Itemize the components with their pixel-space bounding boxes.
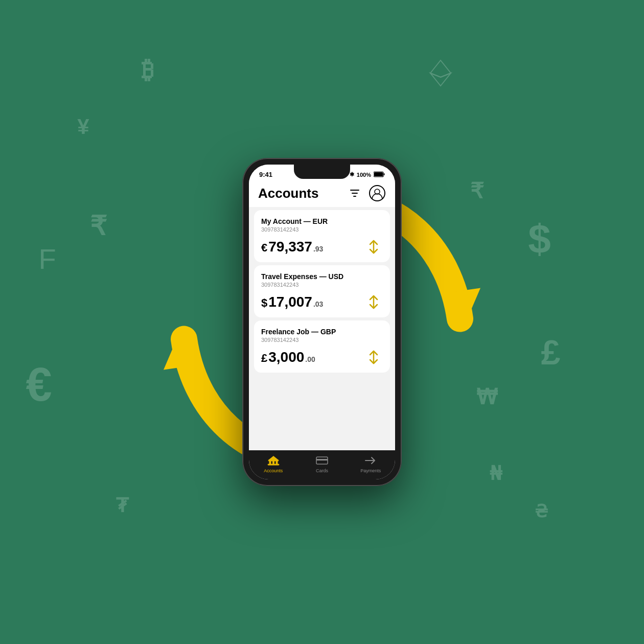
- currency-gbp: £: [261, 352, 267, 365]
- account-card-eur[interactable]: My Account — EUR 309783142243 € 79,337 .…: [254, 210, 390, 262]
- battery-label: 100%: [357, 172, 371, 178]
- status-time: 9:41: [259, 171, 272, 178]
- tab-cards-label: Cards: [316, 468, 328, 473]
- tab-bar: Accounts Cards: [249, 450, 395, 479]
- svg-rect-16: [316, 459, 328, 461]
- hryvnia-symbol: ₴: [535, 502, 548, 520]
- account-number-gbp: 309783142243: [261, 337, 383, 343]
- profile-button[interactable]: [369, 185, 386, 202]
- balance-main-usd: 17,007: [268, 294, 312, 310]
- balance-gbp: £ 3,000 .00: [261, 349, 315, 365]
- app-header: Accounts: [249, 180, 395, 207]
- tab-payments[interactable]: Payments: [347, 454, 395, 473]
- transfer-icon-eur[interactable]: [364, 238, 383, 256]
- currency-eur: €: [261, 241, 267, 255]
- balance-row-usd: $ 17,007 .03: [261, 293, 383, 311]
- account-number-usd: 309783142243: [261, 282, 383, 288]
- account-name-eur: My Account — EUR: [261, 217, 383, 225]
- balance-eur: € 79,337 .93: [261, 239, 323, 255]
- balance-main-gbp: 3,000: [268, 349, 304, 365]
- rupee-symbol: ₹: [90, 213, 107, 239]
- transfer-icon-gbp[interactable]: [364, 348, 383, 366]
- bluetooth-icon: ✱: [350, 171, 354, 178]
- account-card-gbp[interactable]: Freelance Job — GBP 309783142243 £ 3,000…: [254, 320, 390, 373]
- svg-rect-10: [269, 461, 271, 464]
- accounts-list: My Account — EUR 309783142243 € 79,337 .…: [249, 207, 395, 450]
- franc-symbol: F: [39, 245, 56, 273]
- svg-rect-11: [272, 461, 274, 464]
- svg-rect-12: [276, 461, 278, 464]
- account-card-usd[interactable]: Travel Expenses — USD 309783142243 $ 17,…: [254, 265, 390, 317]
- svg-marker-0: [430, 60, 451, 77]
- notch: [294, 165, 350, 179]
- tugrik-symbol: ₮: [116, 496, 128, 515]
- balance-cents-gbp: .00: [305, 355, 315, 363]
- svg-rect-13: [268, 464, 279, 465]
- scene: 9:41 ✱ 100% Accounts: [143, 92, 501, 552]
- svg-rect-6: [384, 173, 385, 175]
- account-name-usd: Travel Expenses — USD: [261, 272, 383, 281]
- svg-rect-5: [374, 172, 383, 176]
- payments-icon: [364, 454, 377, 467]
- account-name-gbp: Freelance Job — GBP: [261, 328, 383, 336]
- svg-marker-14: [268, 456, 279, 460]
- page-title: Accounts: [258, 186, 318, 201]
- bank-icon: [267, 454, 280, 467]
- dollar-symbol: $: [528, 219, 551, 260]
- euro-symbol: €: [26, 361, 52, 408]
- status-icons: ✱ 100%: [350, 171, 385, 178]
- yen-symbol: ¥: [77, 116, 89, 137]
- svg-marker-1: [430, 73, 451, 86]
- balance-row-gbp: £ 3,000 .00: [261, 348, 383, 366]
- tab-accounts[interactable]: Accounts: [249, 454, 297, 473]
- phone-frame: 9:41 ✱ 100% Accounts: [243, 158, 401, 486]
- balance-cents-usd: .03: [313, 300, 323, 308]
- account-number-eur: 309783142243: [261, 226, 383, 233]
- bitcoin-symbol: ₿: [142, 58, 154, 82]
- phone-screen: 9:41 ✱ 100% Accounts: [249, 165, 395, 479]
- battery-icon: [374, 171, 385, 178]
- balance-usd: $ 17,007 .03: [261, 294, 323, 310]
- currency-usd: $: [261, 296, 267, 310]
- pound-symbol: £: [541, 335, 560, 370]
- tab-payments-label: Payments: [360, 468, 381, 473]
- tab-cards[interactable]: Cards: [297, 454, 346, 473]
- balance-main-eur: 79,337: [268, 239, 312, 255]
- card-icon: [316, 454, 328, 467]
- ethereum-symbol: [425, 58, 456, 88]
- header-actions: [346, 185, 386, 202]
- profile-icon: [369, 185, 385, 201]
- tab-accounts-label: Accounts: [264, 468, 283, 473]
- filter-button[interactable]: [346, 185, 363, 202]
- transfer-icon-usd[interactable]: [364, 293, 383, 311]
- filter-icon: [349, 188, 360, 199]
- balance-cents-eur: .93: [313, 245, 323, 253]
- balance-row-eur: € 79,337 .93: [261, 238, 383, 256]
